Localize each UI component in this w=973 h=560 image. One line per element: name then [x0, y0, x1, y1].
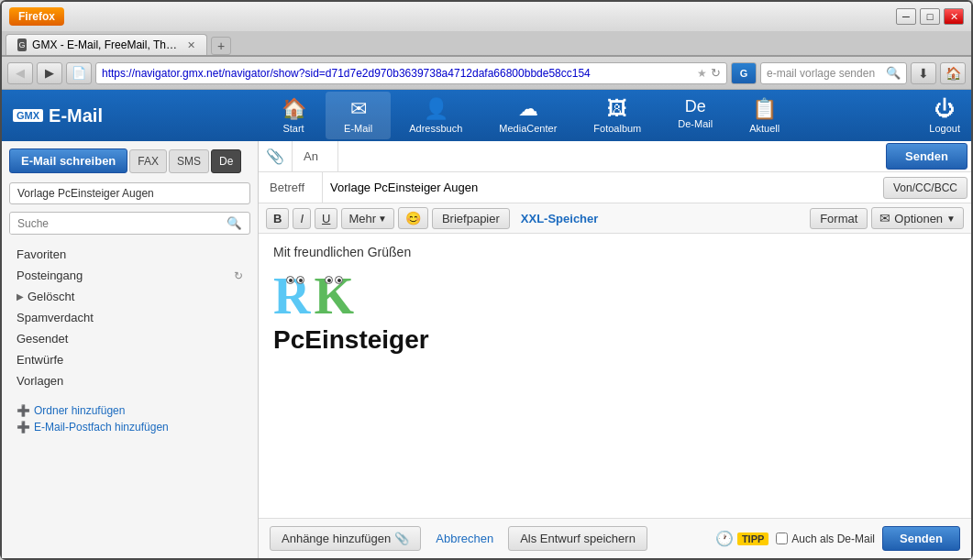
italic-button[interactable]: I	[293, 208, 311, 229]
eye-r-right	[296, 276, 304, 284]
nav-item-adressbuch[interactable]: 👤 Adressbuch	[391, 92, 481, 139]
nav-item-email[interactable]: ✉ E-Mail	[326, 92, 391, 139]
demail-nav-icon: De	[685, 97, 706, 116]
search-text: e-mail vorlage senden	[767, 67, 886, 80]
compose-to-row: 📎 An Senden	[259, 141, 971, 172]
bold-button[interactable]: B	[266, 208, 289, 229]
back-button[interactable]: ◀	[7, 62, 33, 84]
fotoalbum-nav-icon: 🖼	[607, 97, 627, 121]
logout-label: Logout	[929, 123, 960, 134]
eyes-k	[325, 276, 343, 284]
sidebar-item-geloescht[interactable]: ▶ Gelöscht	[2, 286, 258, 307]
fax-tab[interactable]: FAX	[129, 149, 167, 173]
envelope-icon: ✉	[879, 211, 890, 225]
add-folder-item[interactable]: ➕ Ordner hinzufügen	[17, 402, 243, 419]
nav-item-start[interactable]: 🏠 Start	[261, 92, 326, 139]
expand-arrow-icon: ▶	[17, 291, 24, 302]
sidebar-item-vorlagen[interactable]: Vorlagen	[2, 370, 258, 391]
subject-label: Betreff	[259, 172, 323, 203]
close-button[interactable]: ✕	[944, 8, 964, 25]
add-folder-label: Ordner hinzufügen	[34, 404, 125, 417]
compose-email-button[interactable]: E-Mail schreiben	[9, 148, 127, 173]
favoriten-label: Favoriten	[17, 247, 66, 261]
browser-tab[interactable]: G GMX - E-Mail, FreeMail, Themen- & Sho.…	[6, 34, 207, 55]
send-button-bottom[interactable]: Senden	[882, 526, 960, 551]
add-mailbox-item[interactable]: ➕ E-Mail-Postfach hinzufügen	[17, 419, 243, 435]
page-icon-button[interactable]: 📄	[66, 62, 92, 84]
add-mailbox-label: E-Mail-Postfach hinzufügen	[34, 421, 169, 434]
sidebar-item-gesendet[interactable]: Gesendet	[2, 328, 258, 349]
adressbuch-nav-icon: 👤	[424, 97, 448, 121]
refresh-icon[interactable]: ↻	[234, 269, 243, 282]
maximize-button[interactable]: □	[920, 8, 940, 25]
plus-icon: ➕	[17, 404, 30, 417]
mehr-button[interactable]: Mehr ▼	[341, 208, 394, 229]
tab-bar: G GMX - E-Mail, FreeMail, Themen- & Sho.…	[2, 31, 971, 57]
demail-checkbox[interactable]	[776, 533, 788, 544]
sidebar-search-box[interactable]: 🔍	[9, 212, 250, 235]
sidebar-item-posteingang[interactable]: Posteingang ↻	[2, 265, 258, 286]
underline-button[interactable]: U	[315, 208, 337, 229]
briefpapier-button[interactable]: Briefpapier	[432, 208, 510, 229]
home-icon[interactable]: 🏠	[940, 62, 966, 84]
to-input[interactable]	[338, 141, 882, 171]
compose-body[interactable]: Mit freundlichen Grüßen R	[259, 234, 971, 518]
sidebar: E-Mail schreiben FAX SMS De Vorlage PcEi…	[2, 141, 259, 558]
optionen-button[interactable]: ✉ Optionen ▼	[871, 207, 964, 229]
sidebar-item-spamverdacht[interactable]: Spamverdacht	[2, 307, 258, 328]
tab-title: GMX - E-Mail, FreeMail, Themen- & Sho...	[32, 38, 182, 51]
forward-button[interactable]: ▶	[37, 62, 62, 84]
eye-k-left	[325, 276, 333, 284]
nav-label-fotoalbum: Fotoalbum	[593, 123, 641, 134]
attach-label: Anhänge hinzufügen	[282, 532, 391, 545]
tab-close-icon[interactable]: ✕	[187, 39, 195, 51]
sidebar-item-entwuerfe[interactable]: Entwürfe	[2, 349, 258, 370]
attach-button[interactable]: Anhänge hinzufügen 📎	[270, 526, 421, 551]
format-button[interactable]: Format	[810, 208, 868, 229]
logout-button[interactable]: ⏻ Logout	[929, 97, 960, 134]
right-toolbar: ⬇ 🏠	[911, 62, 966, 84]
sidebar-item-favoriten[interactable]: Favoriten	[2, 244, 258, 265]
firefox-menu-button[interactable]: Firefox	[9, 7, 64, 26]
new-tab-button[interactable]: +	[211, 37, 231, 55]
xxl-speicher-button[interactable]: XXL-Speicher	[514, 209, 606, 228]
gmx-topbar: GMX E-Mail 🏠 Start ✉ E-Mail 👤 Adressbuch…	[2, 90, 971, 141]
nav-item-mediacenter[interactable]: ☁ MediaCenter	[481, 92, 575, 139]
compose-tabs: FAX SMS De	[129, 149, 241, 173]
sidebar-search-input[interactable]	[10, 214, 219, 234]
nav-item-aktuell[interactable]: 📋 Aktuell	[731, 92, 798, 139]
emoji-button[interactable]: 😊	[398, 207, 428, 229]
nav-label-mediacenter: MediaCenter	[499, 123, 557, 134]
sidebar-search-button[interactable]: 🔍	[219, 213, 249, 234]
de-tab[interactable]: De	[211, 149, 241, 173]
voncc-button[interactable]: Von/CC/BCC	[883, 177, 967, 199]
pupil-k-right	[337, 279, 341, 282]
minimize-button[interactable]: ─	[896, 8, 916, 25]
save-draft-button[interactable]: Als Entwurf speichern	[508, 526, 647, 551]
greeting-text: Mit freundlichen Grüßen	[273, 245, 956, 259]
cancel-button[interactable]: Abbrechen	[428, 527, 501, 550]
compose-toolbar: B I U Mehr ▼ 😊 Briefpapier XXL-Speicher …	[259, 203, 971, 234]
nav-item-demail[interactable]: De De-Mail	[659, 92, 731, 139]
demail-checkbox-label[interactable]: Auch als De-Mail	[776, 533, 875, 545]
tipp-badge: TIPP	[737, 533, 768, 545]
letter-k-container: K	[310, 270, 354, 322]
nav-label-start: Start	[282, 123, 304, 134]
url-text: https://navigator.gmx.net/navigator/show…	[102, 67, 693, 80]
subject-input[interactable]	[323, 172, 879, 203]
search-box[interactable]: e-mail vorlage senden 🔍	[760, 62, 907, 84]
sms-tab[interactable]: SMS	[169, 149, 209, 173]
gmx-nav: 🏠 Start ✉ E-Mail 👤 Adressbuch ☁ MediaCen…	[130, 92, 929, 139]
search-submit-button[interactable]: 🔍	[886, 66, 901, 80]
title-bar: Firefox ─ □ ✕	[2, 2, 971, 31]
optionen-arrow-icon: ▼	[946, 214, 956, 224]
refresh-icon[interactable]: ↻	[711, 66, 721, 80]
gmx-logo-text: GMX	[13, 109, 43, 122]
url-bar[interactable]: https://navigator.gmx.net/navigator/show…	[95, 62, 727, 84]
nav-item-fotoalbum[interactable]: 🖼 Fotoalbum	[575, 92, 659, 139]
download-icon[interactable]: ⬇	[911, 62, 936, 84]
compose-subject-row: Betreff Von/CC/BCC	[259, 172, 971, 203]
send-button-top[interactable]: Senden	[886, 143, 967, 170]
bookmark-star-icon[interactable]: ★	[697, 67, 707, 80]
nav-label-demail: De-Mail	[678, 118, 713, 129]
